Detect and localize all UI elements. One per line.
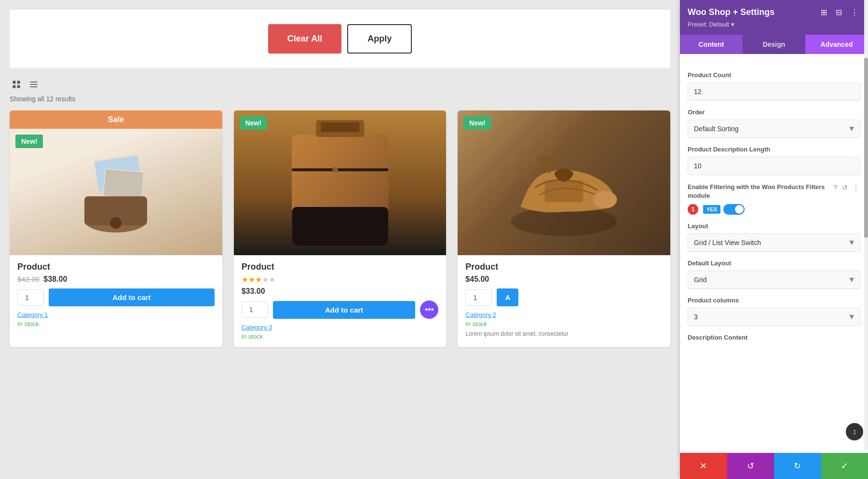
product-image-wrapper: Sale New! (10, 110, 222, 255)
grid-icon (12, 80, 21, 89)
product-image-3 (458, 110, 670, 255)
lorem-text: Lorem ipsum dolor sit amet, consectetur (465, 330, 663, 337)
clear-all-button[interactable]: Clear All (268, 24, 341, 54)
badge-number: 1 (688, 204, 698, 215)
svg-rect-10 (104, 169, 143, 199)
quantity-input[interactable] (242, 301, 268, 318)
svg-rect-6 (30, 86, 38, 87)
product-desc-length-label: Product Description Length (688, 146, 860, 153)
more-options-button[interactable]: ••• (420, 301, 438, 319)
product-price: $42.00 $38.00 (17, 275, 215, 284)
product-columns-select[interactable]: 1 2 3 4 5 6 (688, 308, 860, 326)
svg-point-22 (593, 191, 617, 208)
sale-banner: Sale (10, 110, 222, 129)
toggle-switch[interactable] (723, 204, 745, 215)
order-select[interactable]: Default Sorting Popularity Rating Date P… (688, 120, 860, 138)
product-image-wrapper: New! (458, 110, 670, 255)
price-old: $42.00 (17, 275, 40, 283)
tab-advanced[interactable]: Advanced (805, 35, 868, 54)
enable-filtering-row: Enable Filtering with the Woo Products F… (688, 183, 860, 215)
svg-rect-2 (13, 85, 16, 88)
panel-body: Product Count Order Default Sorting Popu… (680, 54, 868, 452)
default-layout-select-wrapper: Grid List ▼ (688, 271, 860, 289)
product-desc-length-input[interactable] (688, 157, 860, 175)
product-category[interactable]: Category 2 (465, 311, 663, 318)
add-to-cart-button[interactable]: A (497, 288, 518, 306)
product-category[interactable]: Category 1 (17, 311, 215, 318)
product-columns-select-wrapper: 1 2 3 4 5 6 ▼ (688, 308, 860, 326)
product-price: $45.00 (465, 275, 663, 284)
product-image-2 (234, 110, 447, 255)
main-content: Clear All Apply Showing all 12 results (0, 0, 680, 479)
product-image-wrapper: New! (234, 110, 447, 255)
product-actions: A (465, 288, 663, 306)
product-card: New! Product $45.00 A Category 2 In stoc… (458, 110, 670, 347)
panel-preset[interactable]: Preset: Default ▾ (688, 21, 860, 28)
description-content-label: Description Content (688, 334, 860, 341)
tab-design[interactable]: Design (743, 35, 805, 54)
product-count-label: Product Count (688, 71, 860, 79)
panel-title: Woo Shop + Settings (688, 7, 774, 17)
apply-button[interactable]: Apply (347, 24, 412, 54)
svg-rect-20 (292, 207, 388, 246)
product-count-input[interactable] (688, 82, 860, 101)
redo-button[interactable]: ↻ (774, 453, 821, 479)
panel-scrollbar[interactable] (864, 0, 868, 450)
star-rating: ★★★★★ (242, 275, 439, 284)
quantity-input[interactable] (465, 289, 492, 306)
tab-content[interactable]: Content (680, 35, 743, 54)
product-category[interactable]: Category 3 (242, 324, 439, 331)
undo-button[interactable]: ↺ (727, 453, 774, 479)
product-info: Product ★★★★★ $33.00 Add to cart ••• Cat… (234, 255, 447, 347)
save-button[interactable]: ✓ (821, 453, 868, 479)
bag-decoration (234, 110, 447, 255)
product-name: Product (242, 262, 439, 272)
help-icon-button[interactable]: ? (832, 183, 838, 192)
price-single: $45.00 (465, 275, 489, 283)
scroll-icon[interactable]: ↕ (846, 423, 863, 440)
new-badge: New! (15, 135, 43, 148)
add-to-cart-button[interactable]: Add to cart (49, 288, 215, 306)
default-layout-select[interactable]: Grid List (688, 271, 860, 289)
shoe-decoration (458, 110, 670, 255)
product-actions: Add to cart (17, 288, 215, 306)
svg-rect-4 (30, 82, 38, 82)
grid-view-button[interactable] (10, 78, 23, 91)
copy-icon-button[interactable]: ⊞ (819, 7, 829, 18)
svg-rect-0 (13, 81, 16, 84)
toggle-actions: ? ↺ ⋮ (832, 183, 860, 192)
enable-filtering-label-group: Enable Filtering with the Woo Products F… (688, 183, 828, 215)
product-columns-label: Product columns (688, 297, 860, 304)
more-options-icon-button[interactable]: ⋮ (852, 183, 860, 192)
svg-rect-3 (17, 85, 20, 88)
layout-select[interactable]: Grid / List View Switch Grid List (688, 233, 860, 252)
product-name: Product (465, 262, 663, 272)
product-card: New! Product ★★★★★ $33.00 Add to cart ••… (234, 110, 447, 347)
quantity-input[interactable] (17, 289, 44, 306)
toggle-knob (735, 205, 744, 214)
add-to-cart-button[interactable]: Add to cart (273, 301, 416, 319)
svg-rect-19 (321, 123, 359, 132)
svg-rect-23 (545, 180, 583, 202)
svg-point-13 (110, 217, 122, 229)
order-select-wrapper: Default Sorting Popularity Rating Date P… (688, 120, 860, 138)
list-view-button[interactable] (27, 78, 41, 91)
toggle-yes-label: YES (703, 205, 720, 214)
expand-icon-button[interactable]: ⊟ (834, 7, 844, 18)
panel-scrollbar-thumb (864, 58, 868, 238)
discard-button[interactable]: ✕ (680, 453, 727, 479)
enable-filtering-label: Enable Filtering with the Woo Products F… (688, 183, 828, 200)
product-actions: Add to cart ••• (242, 301, 439, 319)
product-name: Product (17, 262, 215, 272)
product-price: $33.00 (242, 287, 439, 296)
product-photo-decoration (68, 148, 164, 235)
more-icon-button[interactable]: ⋮ (849, 7, 860, 18)
default-layout-label: Default Layout (688, 260, 860, 267)
new-badge: New! (463, 116, 491, 130)
panel-tabs: Content Design Advanced (680, 35, 868, 54)
reset-icon-button[interactable]: ↺ (841, 183, 849, 192)
filter-buttons-bar: Clear All Apply (10, 10, 670, 68)
toggle-wrapper: 1 YES (688, 204, 828, 215)
stock-status: In stock (465, 320, 663, 328)
panel-title-row: Woo Shop + Settings ⊞ ⊟ ⋮ (688, 7, 860, 18)
